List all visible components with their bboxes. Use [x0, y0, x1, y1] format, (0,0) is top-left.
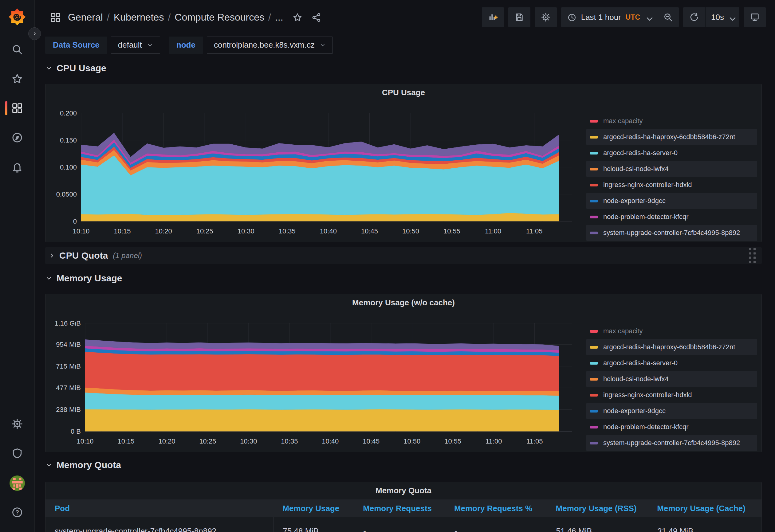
section-memory-quota[interactable]: Memory Quota — [45, 457, 121, 473]
column-header-memory-usage-rss[interactable]: Memory Usage (RSS) — [547, 499, 648, 517]
breadcrumb-separator: / — [168, 12, 170, 23]
column-header-memory-usage-cache[interactable]: Memory Usage (Cache) — [648, 499, 761, 517]
legend-color-swatch — [590, 152, 598, 155]
kiosk-mode-button[interactable] — [744, 7, 766, 27]
chevron-down-icon — [319, 42, 326, 48]
legend-item[interactable]: ingress-nginx-controller-hdxld — [586, 177, 757, 193]
svg-text:0.100: 0.100 — [60, 163, 77, 171]
refresh-interval-picker[interactable]: 10s — [706, 7, 739, 27]
breadcrumb-kubernetes[interactable]: Kubernetes — [114, 12, 164, 23]
svg-text:10:55: 10:55 — [444, 437, 461, 445]
svg-text:11:00: 11:00 — [485, 227, 501, 235]
table-header-row: Pod Memory Usage Memory Requests Memory … — [45, 499, 761, 517]
section-title: CPU Quota — [59, 250, 108, 261]
legend-item[interactable]: node-problem-detector-kfcqr — [586, 419, 757, 435]
panel-title[interactable]: Memory Quota — [45, 486, 761, 495]
save-dashboard-button[interactable] — [508, 7, 530, 27]
section-memory-usage[interactable]: Memory Usage — [45, 270, 122, 286]
zoom-out-time-button[interactable] — [657, 7, 679, 27]
svg-text:1.16 GiB: 1.16 GiB — [54, 319, 81, 327]
svg-text:10:40: 10:40 — [320, 227, 337, 235]
datasource-select[interactable]: default — [111, 37, 160, 54]
svg-text:0.150: 0.150 — [60, 136, 77, 144]
legend-item[interactable]: argocd-redis-ha-server-0 — [586, 145, 757, 161]
panel-title[interactable]: Memory Usage (w/o cache) — [45, 298, 761, 307]
breadcrumb-compute-resources[interactable]: Compute Resources — [174, 12, 264, 23]
help-icon[interactable]: ? — [11, 507, 23, 518]
chevron-down-icon — [728, 14, 734, 20]
time-range-picker[interactable]: Last 1 hour UTC — [561, 7, 657, 27]
user-avatar[interactable] — [10, 475, 25, 491]
svg-text:0: 0 — [73, 217, 77, 225]
breadcrumb-ellipsis: ... — [275, 12, 283, 23]
section-title: Memory Quota — [57, 460, 121, 470]
memory-usage-legend: max capacityargocd-redis-ha-haproxy-6cdb… — [586, 323, 757, 451]
grafana-logo-icon[interactable] — [8, 8, 26, 26]
refresh-group: 10s — [683, 7, 739, 27]
svg-text:10:35: 10:35 — [279, 227, 295, 235]
star-dashboard-icon[interactable] — [292, 13, 302, 22]
legend-color-swatch — [590, 330, 598, 333]
column-header-memory-usage[interactable]: Memory Usage — [273, 499, 354, 517]
server-admin-shield-icon[interactable] — [11, 448, 23, 459]
svg-text:477 MiB: 477 MiB — [56, 384, 81, 392]
sidebar-expand-button[interactable] — [28, 27, 41, 40]
legend-item[interactable]: max capacity — [586, 323, 757, 339]
legend-color-swatch — [590, 216, 598, 218]
legend-label: ingress-nginx-controller-hdxld — [603, 181, 692, 189]
legend-label: ingress-nginx-controller-hdxld — [603, 391, 692, 399]
section-cpu-quota[interactable]: CPU Quota (1 panel) — [45, 247, 762, 264]
alerting-bell-icon[interactable] — [11, 161, 23, 173]
configuration-gear-icon[interactable] — [11, 418, 23, 430]
legend-color-swatch — [590, 232, 598, 234]
breadcrumb-general[interactable]: General — [68, 12, 103, 23]
legend-color-swatch — [590, 120, 598, 123]
dashboard-settings-button[interactable] — [535, 7, 557, 27]
svg-text:11:05: 11:05 — [527, 437, 543, 445]
legend-item[interactable]: node-exporter-9dgcc — [586, 403, 757, 419]
add-panel-button[interactable] — [482, 7, 504, 27]
legend-item[interactable]: node-problem-detector-kfcqr — [586, 209, 757, 225]
legend-label: node-exporter-9dgcc — [603, 197, 666, 205]
explore-compass-icon[interactable] — [11, 132, 23, 143]
node-variable: node controlplane.bee.k8s.vxm.cz — [169, 37, 333, 54]
svg-text:10:25: 10:25 — [199, 437, 216, 445]
legend-item[interactable]: node-exporter-9dgcc — [586, 193, 757, 209]
chevron-down-icon — [147, 42, 153, 48]
column-header-memory-requests[interactable]: Memory Requests — [354, 499, 445, 517]
share-dashboard-icon[interactable] — [311, 13, 321, 22]
datasource-variable: Data Source default — [45, 37, 160, 54]
panel-count: (1 panel) — [113, 251, 142, 260]
panel-title[interactable]: CPU Usage — [45, 88, 761, 97]
legend-item[interactable]: ingress-nginx-controller-hdxld — [586, 387, 757, 403]
column-header-pod[interactable]: Pod — [45, 499, 273, 517]
svg-text:715 MiB: 715 MiB — [56, 362, 81, 370]
legend-item[interactable]: hcloud-csi-node-lwfx4 — [586, 161, 757, 177]
legend-item[interactable]: argocd-redis-ha-server-0 — [586, 355, 757, 371]
memory-usage-panel: Memory Usage (w/o cache) 0 B238 MiB477 M… — [45, 294, 762, 452]
dashboards-icon[interactable] — [11, 102, 23, 114]
section-cpu-usage[interactable]: CPU Usage — [45, 60, 106, 76]
legend-item[interactable]: argocd-redis-ha-haproxy-6cdbb584b6-z72nt — [586, 129, 757, 145]
table-row: system-upgrade-controller-7cfb4c4995-8p8… — [45, 517, 761, 532]
template-variables-row: Data Source default node controlplane.be… — [45, 35, 341, 55]
legend-label: node-problem-detector-kfcqr — [603, 423, 689, 431]
legend-item[interactable]: argocd-redis-ha-haproxy-6cdbb584b6-z72nt — [586, 339, 757, 355]
svg-text:10:50: 10:50 — [402, 227, 419, 235]
svg-text:10:15: 10:15 — [114, 227, 131, 235]
cell-memory-usage: 75.48 MiB — [273, 517, 354, 532]
svg-text:10:25: 10:25 — [196, 227, 213, 235]
legend-item[interactable]: max capacity — [586, 113, 757, 129]
breadcrumb-separator: / — [268, 12, 271, 23]
legend-item[interactable]: hcloud-csi-node-lwfx4 — [586, 371, 757, 387]
drag-handle[interactable] — [749, 248, 756, 263]
refresh-button[interactable] — [683, 7, 705, 27]
legend-item[interactable]: system-upgrade-controller-7cfb4c4995-8p8… — [586, 435, 757, 451]
refresh-interval-label: 10s — [711, 13, 724, 22]
column-header-memory-requests-pct[interactable]: Memory Requests % — [445, 499, 547, 517]
node-select[interactable]: controlplane.bee.k8s.vxm.cz — [207, 37, 333, 54]
starred-icon[interactable] — [11, 73, 23, 85]
search-icon[interactable] — [11, 44, 23, 55]
cell-memory-requests-pct: - — [445, 517, 547, 532]
legend-item[interactable]: system-upgrade-controller-7cfb4c4995-8p8… — [586, 225, 757, 241]
